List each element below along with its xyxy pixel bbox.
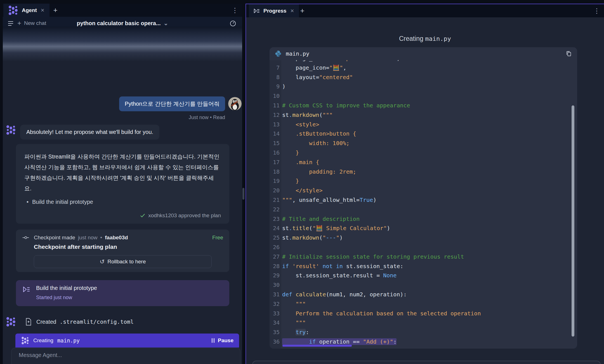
message-input[interactable] [19, 352, 187, 358]
line-number: 18 [270, 167, 280, 177]
progress-icon [253, 8, 260, 14]
plan-approved-row: xodhks1203 approved the plan [24, 212, 221, 219]
user-avatar [228, 97, 242, 110]
next-section-card [252, 361, 601, 364]
code-line: 19 } [270, 176, 577, 186]
agent-panel: Agent × + ⋮ + New chat python calculator… [3, 4, 242, 364]
message-meta: Just now • Read [189, 115, 225, 120]
plan-paragraph: 파이썬과 Streamlit을 사용하여 간단한 계산기를 만들어드리겠습니다.… [24, 151, 221, 194]
line-number: 23 [270, 214, 280, 224]
checkpoint-icon [22, 234, 29, 241]
plus-icon: + [17, 20, 21, 26]
tab-progress-close-icon[interactable]: × [290, 8, 294, 14]
tab-agent-close-icon[interactable]: × [40, 7, 45, 13]
line-number: 27 [270, 252, 280, 262]
code-line: 24st.title("🧮 Simple Calculator") [270, 224, 577, 233]
code-card: 6 page_title="Simple Calculator",7 page_… [270, 47, 577, 349]
new-tab-button[interactable]: + [51, 6, 60, 15]
code-line: 10 [270, 91, 577, 101]
rollback-icon: ↺ [100, 258, 105, 265]
pause-icon [212, 338, 214, 343]
line-number: 8 [270, 73, 280, 82]
right-panel-menu-icon[interactable]: ⋮ [593, 7, 600, 15]
line-number: 32 [270, 299, 280, 309]
tab-progress[interactable]: Progress × [249, 4, 299, 17]
user-message-bubble: Python으로 간단한 계산기를 만들어줘 [119, 96, 225, 111]
copy-code-button[interactable] [565, 50, 572, 57]
code-lines: 6 page_title="Simple Calculator",7 page_… [270, 54, 577, 347]
chevron-down-icon: ⌄ [164, 20, 168, 27]
line-number: 16 [270, 148, 280, 158]
code-line: 28if 'result' not in st.session_state: [270, 262, 577, 271]
code-line: 31def calculate(num1, num2, operation): [270, 290, 577, 299]
left-panel-menu-icon[interactable]: ⋮ [232, 6, 238, 14]
plan-approved-text: xodhks1203 approved the plan [148, 212, 221, 219]
line-number: 10 [270, 91, 280, 101]
line-number: 12 [270, 110, 280, 120]
code-line: 12st.markdown(""" [270, 110, 577, 120]
line-number: 36 [270, 337, 280, 347]
code-line: 32 """ [270, 299, 577, 309]
code-line: 35 try: [270, 328, 577, 337]
code-line: 27# Initialize session state for storing… [270, 252, 577, 262]
code-line: 7 page_icon="🧮", [270, 63, 577, 73]
line-number: 26 [270, 243, 280, 252]
code-scrollbar-thumb[interactable] [572, 105, 574, 337]
line-number: 22 [270, 205, 280, 214]
rollback-label: Rollback to here [107, 259, 146, 265]
code-line: 34 """ [270, 318, 577, 328]
replit-agent-avatar-icon [6, 316, 16, 327]
agent-intro-bubble: Absolutely! Let me propose what we'll bu… [20, 125, 159, 140]
rollback-button[interactable]: ↺ Rollback to here [34, 255, 212, 268]
task-card[interactable]: Build the initial prototype Started just… [16, 280, 229, 306]
new-chat-button[interactable]: + New chat [17, 20, 46, 26]
chat-title-dropdown[interactable]: python calculator basic opera... ⌄ [77, 20, 168, 27]
line-number: 20 [270, 186, 280, 195]
tab-agent[interactable]: Agent × [3, 4, 49, 17]
line-number: 31 [270, 290, 280, 299]
code-line: 23# Title and description [270, 214, 577, 224]
code-line: 9) [270, 82, 577, 91]
line-number: 25 [270, 233, 280, 243]
checkpoint-card: Checkpoint made just now • faabe03d Free… [16, 230, 229, 272]
new-tab-button[interactable]: + [298, 6, 307, 15]
line-number: 9 [270, 82, 280, 91]
line-number: 17 [270, 158, 280, 167]
file-plus-icon [25, 318, 32, 326]
writing-progress-bar [282, 345, 352, 347]
pause-label: Pause [218, 337, 233, 344]
code-filename: main.py [286, 50, 309, 57]
python-icon [275, 50, 282, 57]
plan-bullet-item: Build the initial prototype [24, 199, 221, 205]
right-tab-strip: Progress × + ⋮ [246, 4, 604, 17]
pause-button[interactable]: Pause [212, 337, 233, 344]
code-line: 13 <style> [270, 120, 577, 129]
progress-panel: Progress × + ⋮ Creating main.py 6 page_t… [246, 4, 604, 364]
code-line: 30 [270, 280, 577, 290]
creating-label: Creating [33, 337, 53, 344]
line-number: 24 [270, 224, 280, 233]
code-line: 17 .main { [270, 158, 577, 167]
replit-agent-logo-icon [8, 5, 18, 16]
replit-agent-avatar-icon [6, 125, 16, 135]
panel-resize-handle[interactable] [242, 188, 244, 200]
progress-heading-file: main.py [425, 35, 451, 42]
creating-status-bar: Creating main.py Pause [15, 334, 239, 348]
agent-intro-row: Absolutely! Let me propose what we'll bu… [6, 125, 231, 140]
code-line: 16 } [270, 148, 577, 158]
line-number: 14 [270, 129, 280, 139]
usage-gauge-icon[interactable] [229, 20, 237, 27]
line-number: 19 [270, 176, 280, 186]
progress-task-icon [22, 285, 30, 294]
line-number: 33 [270, 309, 280, 318]
checkpoint-free-badge: Free [212, 235, 223, 241]
code-line: 20 </style> [270, 186, 577, 195]
created-file-path: .streamlit/config.toml [60, 318, 134, 325]
progress-heading: Creating main.py [246, 35, 604, 42]
created-file-row[interactable]: Created .streamlit/config.toml [6, 316, 134, 328]
chat-history-icon[interactable] [7, 20, 14, 27]
tab-progress-label: Progress [263, 8, 286, 14]
code-line: 11# Custom CSS to improve the appearance [270, 101, 577, 110]
code-line: 22 [270, 205, 577, 214]
task-title: Build the initial prototype [36, 285, 97, 291]
